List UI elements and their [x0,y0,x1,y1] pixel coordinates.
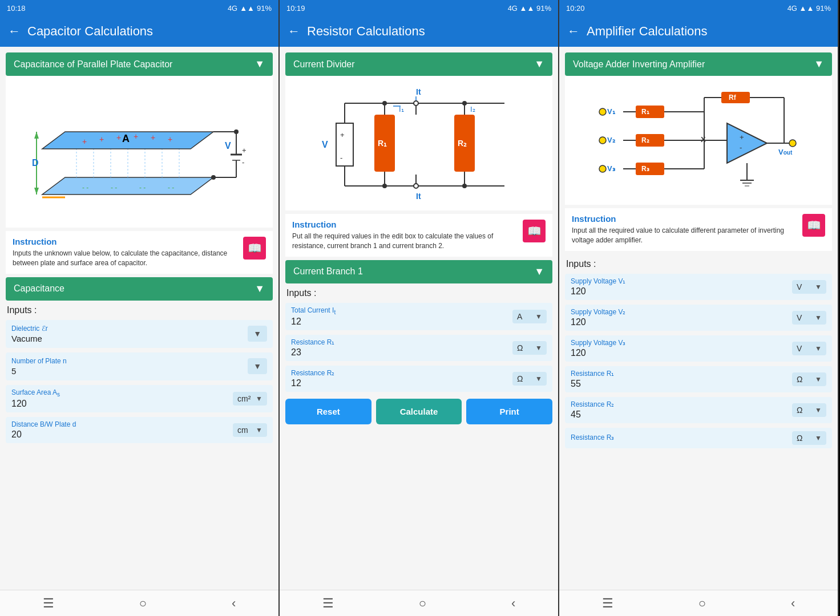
field-dielectric[interactable]: Dielectric ℰr Vacume ▼ [6,320,273,348]
unit-arrow-distance[interactable]: ▼ [256,426,262,434]
field-amp-r2[interactable]: Resistance R₂ 45 Ω ▼ [565,397,832,423]
field-value-distance: 20 [11,429,233,440]
unit-section-amp-r2[interactable]: Ω ▼ [792,403,826,417]
nav-back-3[interactable]: ‹ [791,596,795,611]
unit-arrow-v1[interactable]: ▼ [815,283,822,291]
back-button-2[interactable]: ← [288,24,300,39]
field-label-amp-r2: Resistance R₂ [571,400,792,408]
bottom-nav-3: ☰ ○ ‹ [559,590,838,616]
dropdown-arrow-1[interactable]: ▼ [255,58,265,70]
svg-point-62 [382,184,387,188]
unit-section-distance[interactable]: cm ▼ [233,423,267,437]
svg-point-31 [211,175,216,180]
svg-rect-81 [636,163,664,175]
nav-home-2[interactable]: ○ [419,596,426,611]
field-amp-r1[interactable]: Resistance R₁ 55 Ω ▼ [565,366,832,392]
svg-text:It: It [416,192,421,201]
unit-section-r1[interactable]: Ω ▼ [512,341,547,355]
nav-menu-2[interactable]: ☰ [322,596,334,611]
field-r1[interactable]: Resistance R₁ 23 Ω ▼ [285,335,552,361]
app-title-1: Capacitor Calculations [27,24,153,39]
svg-text:V₂: V₂ [607,136,615,144]
reset-button[interactable]: Reset [285,399,371,424]
unit-r2: Ω [517,374,523,383]
content-1: Capacitance of Parallel Plate Capacitor … [0,47,278,590]
dropdown-arrow-2[interactable]: ▼ [534,58,544,70]
svg-text:+: + [242,146,247,155]
unit-arrow-current[interactable]: ▼ [535,313,542,321]
bottom-nav-1: ☰ ○ ‹ [0,590,278,616]
field-v1[interactable]: Supply Voltage V₁ 120 V ▼ [565,274,832,300]
field-value-r1: 23 [291,347,512,358]
select-arrow-plate[interactable]: ▼ [248,358,267,374]
dropdown-arrow-3[interactable]: ▼ [814,58,824,70]
unit-amp-r1: Ω [797,375,802,384]
subsection-title-2: Current Branch 1 [293,266,363,277]
unit-arrow-amp-r1[interactable]: ▼ [815,375,822,383]
section-header-3[interactable]: Voltage Adder Inverting Amplifier ▼ [565,52,832,76]
unit-arrow-v2[interactable]: ▼ [815,314,822,322]
unit-section-current[interactable]: A ▼ [512,310,547,323]
section-header-2[interactable]: Current Divider ▼ [285,52,552,76]
field-v3[interactable]: Supply Voltage V₃ 120 V ▼ [565,335,832,362]
select-arrow-dielectric[interactable]: ▼ [248,326,267,342]
field-plate-number[interactable]: Number of Plate n 5 ▼ [6,352,273,380]
subsection-header-2[interactable]: Current Branch 1 ▼ [285,260,552,283]
svg-text:-: - [740,143,742,152]
unit-section-v2[interactable]: V ▼ [792,311,826,325]
inputs-label-3: Inputs : [559,254,838,271]
unit-section-v1[interactable]: V ▼ [792,280,826,294]
svg-text:+: + [99,135,104,144]
nav-back-1[interactable]: ‹ [232,596,236,611]
unit-arrow-amp-r3[interactable]: ▼ [815,434,822,442]
svg-text:-  -: - - [139,184,146,192]
nav-menu-1[interactable]: ☰ [43,596,54,611]
svg-text:D: D [32,158,39,168]
unit-section-r2[interactable]: Ω ▼ [512,372,547,386]
status-battery-3: 4G ▲▲ 91% [788,4,831,13]
content-2: Current Divider ▼ + - V [280,47,558,590]
unit-arrow-amp-r2[interactable]: ▼ [815,406,822,414]
unit-arrow-surface[interactable]: ▼ [256,395,262,403]
unit-section-v3[interactable]: V ▼ [792,342,826,355]
svg-text:-: - [340,153,342,162]
status-battery-2: 4G ▲▲ 91% [508,4,551,13]
unit-section-amp-r1[interactable]: Ω ▼ [792,372,826,386]
svg-point-72 [599,137,606,144]
instruction-body-1: Inputs the unknown value below, to calcu… [13,249,237,268]
unit-v3: V [797,344,802,353]
unit-arrow-r1[interactable]: ▼ [535,344,542,352]
back-button-3[interactable]: ← [567,24,580,39]
field-surface-area[interactable]: Surface Area As 120 cm² ▼ [6,385,273,412]
nav-back-2[interactable]: ‹ [511,596,515,611]
amplifier-diagram-area: V₁ R₁ V₂ R₂ V₃ R₃ [565,76,832,205]
unit-arrow-v3[interactable]: ▼ [815,345,822,352]
nav-home-3[interactable]: ○ [698,596,706,611]
unit-section-amp-r3[interactable]: Ω ▼ [792,431,826,445]
panel-capacitor: 10:18 4G ▲▲ 91% ← Capacitor Calculations… [0,0,280,616]
subsection-header-1[interactable]: Capacitance ▼ [6,277,273,301]
back-button-1[interactable]: ← [8,24,21,39]
svg-text:+: + [116,133,121,142]
print-button[interactable]: Print [466,399,552,424]
field-total-current[interactable]: Total Current It 12 A ▼ [285,303,552,330]
subsection-arrow-1[interactable]: ▼ [255,283,265,295]
amplifier-svg: V₁ R₁ V₂ R₂ V₃ R₃ [590,80,807,200]
svg-text:-: - [242,158,244,167]
bottom-nav-2: ☰ ○ ‹ [280,590,558,616]
svg-point-91 [789,140,796,147]
unit-arrow-r2[interactable]: ▼ [535,375,542,383]
nav-menu-3[interactable]: ☰ [602,596,613,611]
field-amp-r3[interactable]: Resistance R₃ Ω ▼ [565,428,832,448]
app-bar-2: ← Resistor Calculations [280,16,558,47]
section-header-1[interactable]: Capacitance of Parallel Plate Capacitor … [6,52,273,76]
svg-point-60 [382,101,387,106]
field-v2[interactable]: Supply Voltage V₂ 120 V ▼ [565,305,832,331]
subsection-arrow-2[interactable]: ▼ [534,266,544,278]
nav-home-1[interactable]: ○ [139,596,147,611]
calculate-button[interactable]: Calculate [376,399,462,424]
field-distance[interactable]: Distance B/W Plate d 20 cm ▼ [6,417,273,443]
unit-section-surface[interactable]: cm² ▼ [233,392,267,406]
field-r2[interactable]: Resistance R₂ 12 Ω ▼ [285,366,552,392]
svg-text:-  -: - - [168,184,174,192]
